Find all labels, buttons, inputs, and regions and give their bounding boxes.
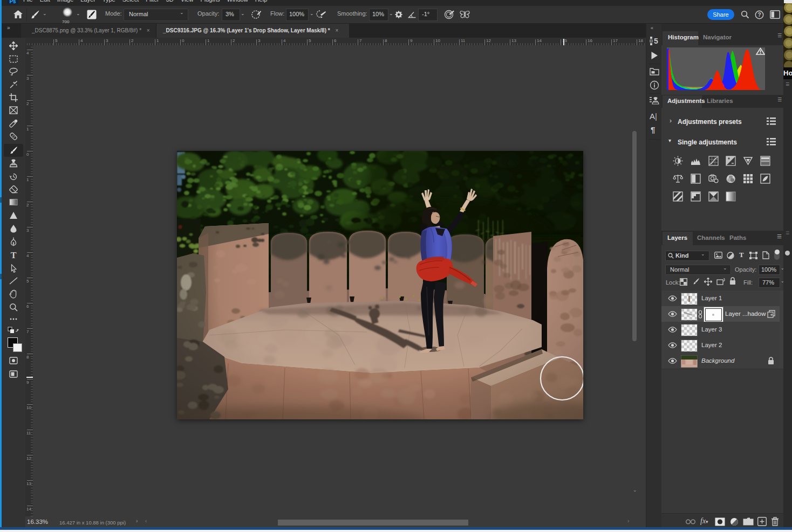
svg-text:T: T: [11, 251, 17, 259]
svg-text:5: 5: [654, 37, 658, 45]
svg-text:?: ?: [757, 12, 761, 18]
